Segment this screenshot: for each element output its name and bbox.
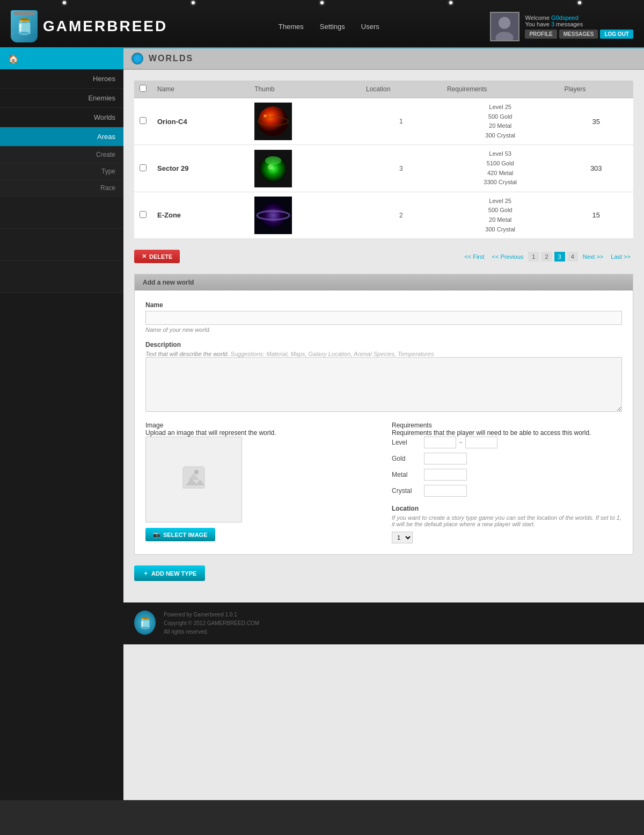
worlds-page-icon — [131, 53, 143, 64]
select-image-button[interactable]: SELECT IMAGE — [145, 528, 215, 541]
delete-button[interactable]: DELETE — [134, 250, 180, 263]
sidebar-link-areas[interactable]: Areas — [8, 133, 115, 141]
nav-themes[interactable]: Themes — [279, 23, 304, 31]
sidebar-item-create[interactable]: Create — [0, 147, 123, 163]
messages-button[interactable]: MESSAGES — [559, 30, 598, 39]
select-all-checkbox[interactable] — [140, 85, 147, 92]
table-header: Name Thumb Location Requirements Players — [134, 81, 633, 98]
sidebar-item-worlds[interactable]: Worlds — [0, 108, 123, 127]
home-icon: 🏠 — [8, 54, 19, 64]
sidebar-section-2 — [0, 229, 123, 261]
col-name: Name — [152, 81, 249, 98]
sidebar-sub-menu: Create Type Race — [0, 147, 123, 197]
user-buttons: PROFILE MESSAGES LOG OUT — [525, 30, 633, 39]
sidebar-item-areas[interactable]: Areas — [0, 127, 123, 147]
name-hint: Name of your new world. — [145, 326, 622, 333]
row-checkbox[interactable] — [140, 164, 147, 171]
pagination-page-3[interactable]: 3 — [554, 252, 565, 262]
name-input[interactable] — [145, 311, 622, 325]
location-section: Location If you want to create a story t… — [392, 505, 622, 543]
select-all-col — [134, 81, 152, 98]
pagination-next[interactable]: Next >> — [580, 252, 606, 261]
req-level: Level 25 — [489, 104, 511, 110]
gold-req-label: Gold — [392, 455, 424, 462]
requirements-column: Requirements Requirements that the playe… — [392, 422, 622, 543]
sidebar-item-race[interactable]: Race — [0, 180, 123, 197]
level-req-row: Level ~ — [392, 437, 622, 448]
image-column: Image Upload an image that will represen… — [145, 422, 376, 543]
level-min-input[interactable] — [424, 437, 456, 448]
pagination-last[interactable]: Last >> — [608, 252, 633, 261]
sidebar-link-create[interactable]: Create — [8, 151, 115, 158]
messages-text: You have 3 messages — [525, 21, 633, 27]
planet-image-sector — [254, 150, 292, 187]
add-new-type-button[interactable]: ADD NEW TYPE — [134, 565, 205, 581]
image-hint: Upload an image that will represent the … — [145, 429, 376, 437]
sidebar-link-race[interactable]: Race — [8, 184, 115, 192]
gold-input[interactable] — [424, 453, 467, 464]
metal-input[interactable] — [424, 469, 467, 481]
profile-button[interactable]: PROFILE — [525, 30, 557, 39]
planet-image-orion — [254, 103, 292, 140]
row-checkbox[interactable] — [140, 211, 147, 218]
footer: 🫙 Powered by Gamerbreed 1.0.1 Copyright … — [123, 602, 644, 644]
req-level: Level 53 — [489, 150, 511, 157]
crystal-input[interactable] — [424, 485, 467, 497]
metal-req-label: Metal — [392, 471, 424, 478]
pagination-page-4[interactable]: 4 — [567, 252, 578, 262]
nav-links: Themes Settings Users — [279, 23, 379, 31]
planet-image-ezone — [254, 197, 292, 234]
user-area: Welcome G0dspeed You have 3 messages PRO… — [490, 12, 633, 41]
world-thumb — [249, 98, 361, 145]
requirements-hint: Requirements that the player will need t… — [392, 429, 622, 437]
pagination-prev[interactable]: << Previous — [489, 252, 526, 261]
pagination-page-2[interactable]: 2 — [541, 252, 552, 262]
name-form-group: Name Name of your new world. — [145, 301, 622, 333]
sidebar-section-3 — [0, 261, 123, 293]
world-name: Orion-C4 — [152, 98, 249, 145]
sidebar-home[interactable]: 🏠 — [0, 48, 123, 69]
description-textarea[interactable] — [145, 357, 622, 412]
svg-point-4 — [258, 106, 288, 136]
svg-point-9 — [265, 156, 281, 165]
level-max-input[interactable] — [465, 437, 497, 448]
level-req-label: Level — [392, 439, 424, 446]
header: GAMERBREED Themes Settings Users Welcome… — [0, 5, 644, 48]
col-players: Players — [559, 81, 633, 98]
logo-area: GAMERBREED — [11, 10, 167, 42]
location-label: Location — [392, 505, 622, 512]
main-content: WORLDS Name Thumb Location Requirements … — [123, 48, 644, 800]
logout-button[interactable]: LOG OUT — [600, 30, 633, 39]
col-thumb: Thumb — [249, 81, 361, 98]
form-section-header: Add a new world — [135, 274, 633, 291]
table-row: E-Zone — [134, 192, 633, 238]
location-select[interactable]: 1 2 3 — [392, 532, 413, 543]
sidebar-item-type[interactable]: Type — [0, 163, 123, 180]
nav-users[interactable]: Users — [361, 23, 379, 31]
sidebar-item-heroes[interactable]: Heroes — [0, 69, 123, 89]
welcome-text: Welcome G0dspeed — [525, 14, 633, 21]
col-location: Location — [361, 81, 442, 98]
sidebar-link-enemies[interactable]: Enemies — [8, 94, 115, 102]
decorative-light — [63, 1, 66, 4]
requirements-form: Level ~ Gold Metal — [392, 437, 622, 497]
svg-point-15 — [194, 470, 199, 474]
sidebar-link-heroes[interactable]: Heroes — [8, 75, 115, 83]
nav-settings[interactable]: Settings — [320, 23, 345, 31]
logo-icon — [11, 10, 38, 42]
sidebar-link-type[interactable]: Type — [8, 168, 115, 175]
footer-powered: Powered by Gamerbreed 1.0.1 — [164, 611, 259, 619]
pagination-first[interactable]: << First — [462, 252, 487, 261]
form-body: Name Name of your new world. Description… — [135, 291, 633, 554]
logo-text: GAMERBREED — [43, 18, 167, 35]
description-hint-inline: Text that will describe the world. Sugge… — [145, 351, 622, 357]
sidebar-link-worlds[interactable]: Worlds — [8, 113, 115, 121]
add-world-form: Add a new world Name Name of your new wo… — [134, 274, 633, 555]
sidebar-item-enemies[interactable]: Enemies — [0, 89, 123, 108]
svg-point-6 — [264, 114, 267, 118]
decorative-light — [449, 1, 452, 4]
world-requirements: Level 25 500 Gold 20 Metal 300 Crystal — [442, 98, 559, 145]
pagination-page-1[interactable]: 1 — [528, 252, 539, 262]
row-checkbox[interactable] — [140, 117, 147, 124]
pagination-area: DELETE << First << Previous 1 2 3 4 Next… — [134, 250, 633, 263]
